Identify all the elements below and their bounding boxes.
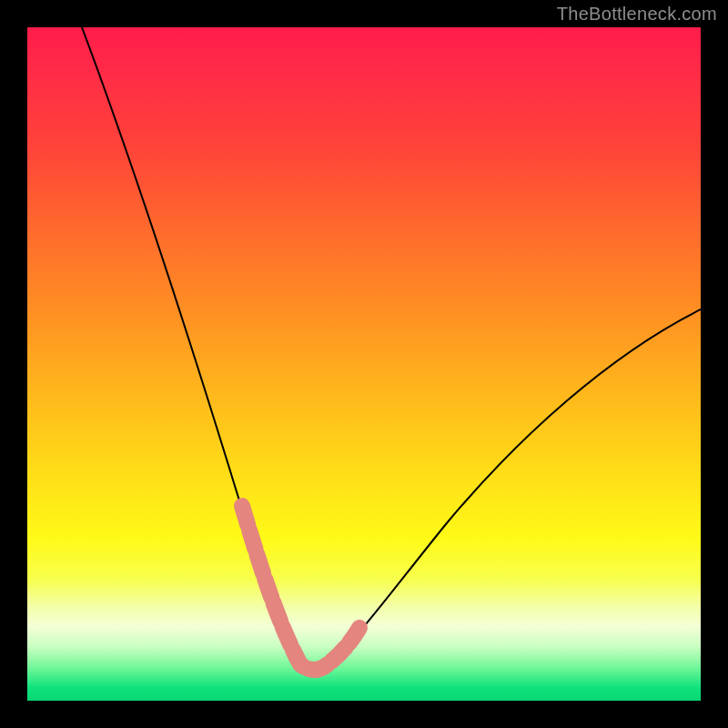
bottleneck-curve: [82, 27, 701, 670]
chart-stage: TheBottleneck.com: [0, 0, 728, 728]
curve-layer: [27, 27, 701, 701]
plot-area: [27, 27, 701, 701]
watermark-text: TheBottleneck.com: [557, 4, 717, 25]
bottleneck-highlight: [242, 506, 359, 670]
